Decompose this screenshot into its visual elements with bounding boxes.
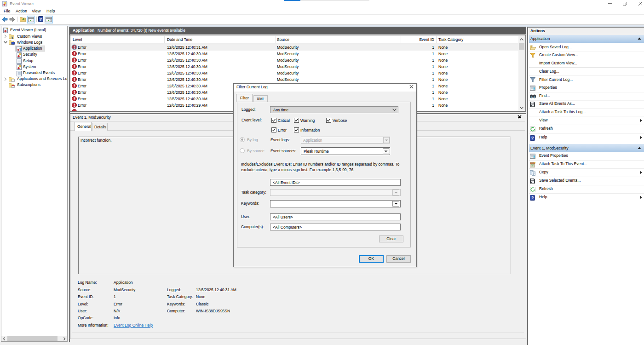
svg-text:?: ? (531, 136, 534, 140)
svg-text:?: ? (40, 17, 42, 22)
svg-text:?: ? (531, 196, 534, 200)
